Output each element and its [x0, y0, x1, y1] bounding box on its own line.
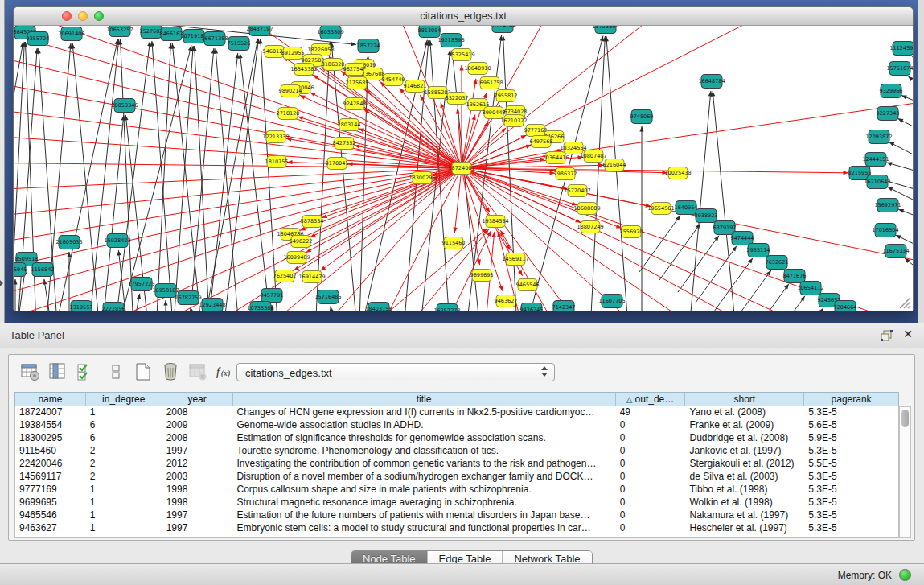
scrollbar-thumb[interactable] — [901, 410, 909, 427]
graph-edge[interactable] — [462, 168, 913, 267]
graph-edge[interactable] — [14, 168, 462, 303]
table-row[interactable]: 2242004622012Investigating the contribut… — [15, 458, 898, 471]
table-cell[interactable]: Tibbo et al. (1998) — [685, 484, 804, 496]
table-row[interactable]: 1938455462009Genome-wide association stu… — [15, 419, 898, 432]
graph-edge[interactable] — [462, 168, 660, 311]
graph-edge[interactable] — [748, 284, 789, 311]
table-cell[interactable]: Embryonic stem cells: a model to study s… — [233, 522, 616, 535]
table-cell[interactable]: 2008 — [162, 432, 233, 445]
column-header-indegree[interactable]: in_degree — [86, 393, 162, 406]
table-cell[interactable]: 9699695 — [15, 496, 86, 509]
control-panel-edge[interactable] — [0, 0, 5, 323]
table-cell[interactable]: 9465546 — [15, 509, 86, 522]
table-cell[interactable]: 1 — [86, 509, 162, 522]
table-cell[interactable]: 2008 — [162, 406, 233, 419]
table-cell[interactable]: 1 — [86, 496, 162, 509]
table-cell[interactable]: 5.3E-5 — [804, 509, 898, 522]
graph-edge[interactable] — [152, 41, 175, 311]
table-cell[interactable]: 0 — [616, 419, 686, 432]
table-cell[interactable]: 0 — [616, 471, 686, 484]
memory-ok-indicator-icon[interactable] — [899, 569, 911, 581]
table-cell[interactable]: 1998 — [162, 484, 233, 496]
graph-edge[interactable] — [347, 228, 487, 311]
function-icon[interactable]: f(x) — [215, 361, 236, 382]
table-cell[interactable]: Genome-wide association studies in ADHD. — [233, 419, 616, 432]
table-cell[interactable]: Nakamura et al. (1997) — [685, 509, 804, 522]
table-cell[interactable]: Corpus callosum shape and size in male p… — [233, 484, 616, 496]
row-height-icon[interactable] — [105, 361, 126, 382]
table-cell[interactable]: 0 — [616, 484, 686, 496]
table-cell[interactable]: Estimation of significance thresholds fo… — [233, 432, 616, 445]
vertical-scrollbar[interactable] — [899, 406, 911, 538]
table-cell[interactable]: 2009 — [162, 419, 233, 432]
column-header-outde[interactable]: △out_de… — [616, 393, 686, 406]
graph-edge[interactable] — [713, 91, 737, 311]
table-row[interactable]: 969969511998Structural magnetic resonanc… — [15, 496, 898, 509]
table-cell[interactable]: de Silva et al. (2003) — [685, 471, 804, 484]
table-cell[interactable]: 14569117 — [15, 471, 86, 484]
select-rows-icon[interactable] — [75, 361, 96, 382]
graph-edge[interactable] — [764, 296, 805, 311]
collapse-arrow-icon[interactable] — [0, 280, 3, 286]
table-cell[interactable]: Wolkin et al. (1998) — [685, 496, 804, 509]
table-cell[interactable]: 1997 — [162, 509, 233, 522]
resize-grip[interactable] — [898, 296, 911, 309]
table-cell[interactable]: 19384554 — [15, 419, 86, 432]
table-cell[interactable]: 0 — [616, 458, 686, 471]
table-cell[interactable]: Investigating the contribution of common… — [233, 458, 616, 471]
delete-icon[interactable] — [160, 361, 181, 382]
table-cell[interactable]: 1 — [86, 406, 162, 419]
table-cell[interactable]: 18724007 — [15, 406, 86, 419]
graph-edge[interactable] — [462, 115, 475, 168]
table-cell[interactable]: 1 — [86, 484, 162, 496]
column-header-pagerank[interactable]: pagerank — [804, 393, 898, 406]
table-cell[interactable]: 9463627 — [15, 522, 86, 535]
graph-edge[interactable] — [454, 168, 462, 233]
graph-edge[interactable] — [782, 308, 823, 311]
table-cell[interactable]: 5.3E-5 — [804, 445, 898, 458]
table-cell[interactable]: 9115460 — [15, 445, 86, 458]
table-cell[interactable]: Disruption of a novel member of a sodium… — [233, 471, 616, 484]
table-row[interactable]: 911546021997Tourette syndrome. Phenomeno… — [15, 445, 898, 458]
table-cell[interactable]: 5.3E-5 — [804, 496, 898, 509]
table-row[interactable]: 977716911998Corpus callosum shape and si… — [15, 484, 898, 496]
table-cell[interactable]: Hescheler et al. (1997) — [685, 522, 804, 535]
graph-edge[interactable] — [14, 134, 462, 168]
graph-edge[interactable] — [206, 53, 238, 311]
table-cell[interactable]: Yano et al. (2008) — [685, 406, 804, 419]
table-cell[interactable]: 49 — [616, 406, 686, 419]
table-cell[interactable]: 5.3E-5 — [804, 406, 898, 419]
table-selector-dropdown[interactable]: citations_edges.txt — [236, 363, 555, 381]
table-row[interactable]: 1456911722003Disruption of a novel membe… — [15, 471, 898, 484]
table-cell[interactable]: 0 — [616, 522, 686, 535]
table-cell[interactable]: 5.5E-5 — [804, 458, 898, 471]
graph-edge[interactable] — [14, 168, 462, 191]
float-panel-icon[interactable] — [881, 330, 893, 341]
table-cell[interactable]: Tourette syndrome. Phenomenology and cla… — [233, 445, 616, 458]
table-cell[interactable]: 0 — [616, 445, 686, 458]
table-cell[interactable]: 0 — [616, 509, 686, 522]
window-titlebar[interactable]: citations_edges.txt — [14, 7, 913, 26]
graph-edge[interactable] — [300, 168, 462, 230]
table-cell[interactable]: 5.3E-5 — [804, 471, 898, 484]
table-cell[interactable]: 5.6E-5 — [804, 419, 898, 432]
table-cell[interactable]: Stergiakouli et al. (2012) — [685, 458, 804, 471]
table-cell[interactable]: 18300295 — [15, 432, 86, 445]
column-header-title[interactable]: title — [233, 393, 616, 406]
graph-edge[interactable] — [14, 50, 462, 168]
table-cell[interactable]: 1997 — [162, 445, 233, 458]
table-cell[interactable]: Franke et al. (2009) — [685, 419, 804, 432]
table-row[interactable]: 1872400712008Changes of HCN gene express… — [15, 406, 898, 419]
graph-edge[interactable] — [14, 78, 462, 168]
table-cell[interactable]: 2 — [86, 458, 162, 471]
table-cell[interactable]: Estimation of the future numbers of pati… — [233, 509, 616, 522]
graph-edge[interactable] — [310, 168, 462, 237]
graph-edge[interactable] — [261, 39, 279, 311]
network-graph-canvas[interactable]: 6645023935572420691406106532571527602846… — [14, 26, 913, 311]
table-row[interactable]: 946362711997Embryonic stem cells: a mode… — [15, 522, 898, 535]
close-panel-icon[interactable]: ✕ — [903, 328, 913, 340]
graph-edge[interactable] — [730, 270, 771, 311]
table-cell[interactable]: 1997 — [162, 522, 233, 535]
table-cell[interactable]: Dudbridge et al. (2008) — [685, 432, 804, 445]
table-cell[interactable]: 5.3E-5 — [804, 484, 898, 496]
